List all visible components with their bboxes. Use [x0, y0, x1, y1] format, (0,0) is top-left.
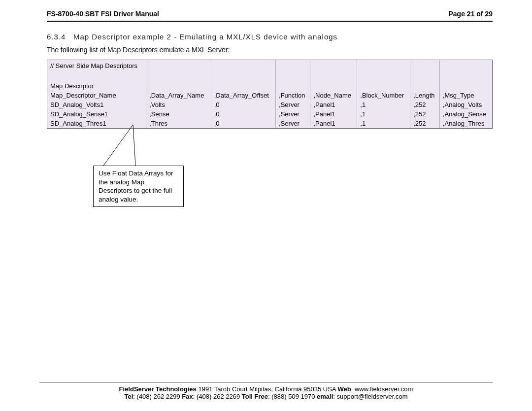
col-header: ,Msg_Type	[439, 91, 492, 100]
col-header: ,Data_Array_Name	[146, 91, 211, 100]
lead-text: The following list of Map Descriptors em…	[47, 46, 493, 54]
table-group-label: Map Descriptor	[47, 81, 146, 91]
section-title: Map Descriptor example 2 - Emulating a M…	[73, 33, 337, 41]
footer-email-label: email	[317, 393, 333, 400]
col-header: ,Node_Name	[310, 91, 357, 100]
footer-fax-label: Fax	[182, 393, 193, 400]
header-right: Page 21 of 29	[449, 10, 493, 18]
col-header: ,Data_Array_Offset	[211, 91, 275, 100]
footer-company: FieldServer Technologies	[119, 385, 197, 393]
section-heading: 6.3.4 Map Descriptor example 2 - Emulati…	[47, 33, 493, 41]
table-row: SD_Analog_Sense1 ,Sense ,0 ,Server ,Pane…	[47, 109, 492, 119]
footer-web-label: Web	[338, 385, 351, 393]
footer-tollfree-label: Toll Free	[242, 393, 268, 400]
table-comment: // Server Side Map Descriptors	[47, 60, 146, 71]
table-row: SD_Analog_Thres1 ,Thres ,0 ,Server ,Pane…	[47, 119, 492, 128]
footer-tel-value: : (408) 262 2299	[133, 393, 182, 400]
col-header: ,Function	[276, 91, 310, 100]
footer-address: 1991 Tarob Court Milpitas, California 95…	[197, 385, 338, 393]
col-header: ,Block_Number	[357, 91, 410, 100]
page-footer: FieldServer Technologies 1991 Tarob Cour…	[39, 382, 493, 400]
table-row: SD_Analog_Volts1 ,Volts ,0 ,Server ,Pane…	[47, 100, 492, 109]
footer-email-value: : support@fieldserver.com	[333, 393, 407, 400]
map-descriptor-table: // Server Side Map Descriptors Map Descr…	[47, 60, 493, 129]
footer-fax-value: : (408) 262 2269	[193, 393, 242, 400]
footer-web-value: : www.fieldserver.com	[351, 385, 413, 393]
callout-box: Use Float Data Arrays for the analog Map…	[93, 166, 184, 207]
col-header: Map_Descriptor_Name	[47, 91, 146, 100]
page-header: FS-8700-40 SBT FSI Driver Manual Page 21…	[47, 10, 493, 22]
footer-tel-label: Tel	[125, 393, 133, 400]
svg-line-0	[103, 125, 133, 166]
footer-tollfree-value: : (888) 509 1970	[268, 393, 317, 400]
header-left: FS-8700-40 SBT FSI Driver Manual	[47, 10, 159, 18]
section-number: 6.3.4	[47, 33, 66, 41]
col-header: ,Length	[410, 91, 440, 100]
svg-line-1	[133, 125, 135, 166]
